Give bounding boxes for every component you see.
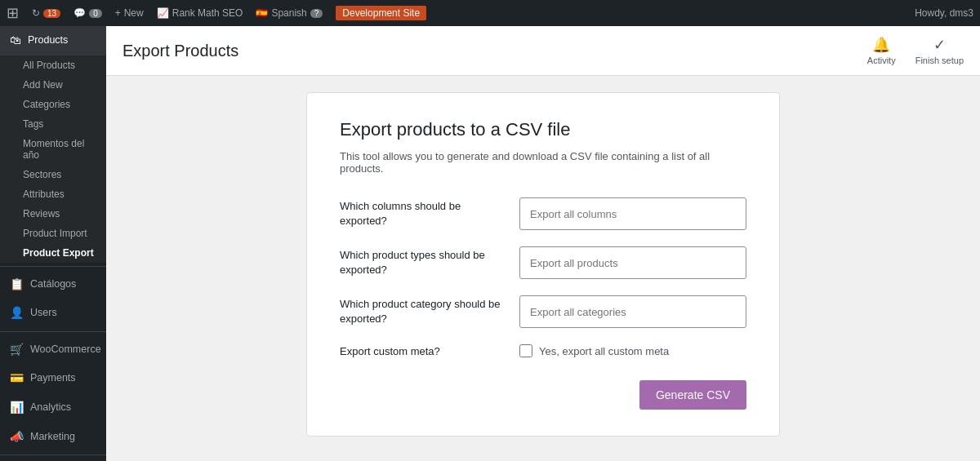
page-header: Export Products 🔔 Activity ✓ Finish setu… (106, 26, 980, 76)
main-content: Export Products 🔔 Activity ✓ Finish setu… (106, 26, 980, 461)
users-label: Users (30, 306, 57, 321)
rankmath-label: Rank Math SEO (172, 7, 243, 19)
activity-button[interactable]: 🔔 Activity (867, 36, 896, 65)
custom-meta-label: Export custom meta? (340, 345, 503, 357)
sidebar-item-catalogos[interactable]: 📋 Catálogos (0, 270, 106, 299)
catalogos-icon: 📋 (10, 277, 24, 293)
analytics-label: Analytics (30, 401, 71, 415)
marketing-icon: 📣 (10, 429, 24, 445)
finish-setup-icon: ✓ (933, 36, 946, 54)
export-card-desc: This tool allows you to generate and dow… (340, 150, 746, 175)
category-label: Which product category should be exporte… (340, 297, 503, 326)
custom-meta-row: Export custom meta? Yes, export all cust… (340, 344, 746, 357)
adminbar-user: Howdy, dms3 (915, 7, 973, 19)
sidebar-item-products[interactable]: 🛍 Products (0, 26, 106, 55)
adminbar-spanish[interactable]: 🇪🇸 Spanish ? (256, 7, 323, 19)
marketing-label: Marketing (30, 430, 75, 445)
updates-icon: ↻ (32, 7, 40, 19)
header-actions: 🔔 Activity ✓ Finish setup (867, 36, 964, 65)
products-submenu: All Products Add New Categories Tags Mom… (0, 55, 106, 263)
finish-setup-button[interactable]: ✓ Finish setup (915, 36, 964, 65)
comments-icon: 💬 (74, 7, 86, 19)
spanish-label: Spanish (271, 7, 306, 19)
columns-row: Which columns should be exported? (340, 197, 746, 230)
activity-icon: 🔔 (872, 36, 890, 54)
plus-icon: + (115, 7, 121, 19)
export-card: Export products to a CSV file This tool … (306, 92, 780, 437)
product-types-row: Which product types should be exported? (340, 246, 746, 279)
sidebar-item-tags[interactable]: Tags (0, 114, 106, 134)
payments-label: Payments (30, 371, 76, 386)
export-card-title: Export products to a CSV file (340, 119, 746, 140)
spanish-flag-icon: 🇪🇸 (256, 7, 268, 19)
sidebar-item-sectores[interactable]: Sectores (0, 165, 106, 184)
sidebar-item-categories[interactable]: Categories (0, 95, 106, 114)
sidebar-item-add-new[interactable]: Add New (0, 75, 106, 95)
category-input[interactable] (519, 295, 746, 328)
sidebar-item-reviews[interactable]: Reviews (0, 204, 106, 224)
sidebar-item-product-export[interactable]: Product Export (0, 243, 106, 263)
comments-count: 0 (89, 9, 102, 18)
products-label: Products (28, 33, 68, 48)
rankmath-icon: 📈 (157, 7, 169, 19)
analytics-icon: 📊 (10, 400, 24, 416)
catalogos-label: Catálogos (30, 277, 76, 292)
sidebar: 🛍 Products All Products Add New Categori… (0, 26, 106, 461)
sidebar-item-woocommerce[interactable]: 🛒 WooCommerce (0, 335, 106, 365)
sidebar-item-marketing[interactable]: 📣 Marketing (0, 423, 106, 452)
new-label: New (124, 7, 144, 19)
product-types-label: Which product types should be exported? (340, 248, 503, 277)
generate-csv-button[interactable]: Generate CSV (639, 380, 746, 410)
sidebar-item-all-products[interactable]: All Products (0, 55, 106, 75)
sidebar-item-payments[interactable]: 💳 Payments (0, 364, 106, 393)
admin-bar: ⊞ ↻ 13 💬 0 + New 📈 Rank Math SEO 🇪🇸 Span… (0, 0, 980, 26)
page-title: Export Products (122, 42, 238, 60)
products-icon: 🛍 (10, 33, 21, 49)
adminbar-updates[interactable]: ↻ 13 (32, 7, 60, 19)
users-icon: 👤 (10, 305, 24, 321)
sidebar-item-product-import[interactable]: Product Import (0, 224, 106, 243)
custom-meta-control: Yes, export all custom meta (519, 344, 669, 357)
wrap: Export products to a CSV file This tool … (106, 76, 980, 453)
columns-input[interactable] (519, 197, 746, 230)
woocommerce-icon: 🛒 (10, 342, 24, 358)
category-row: Which product category should be exporte… (340, 295, 746, 328)
activity-label: Activity (867, 55, 896, 65)
finish-setup-label: Finish setup (915, 55, 964, 65)
adminbar-devsite[interactable]: Development Site (336, 6, 426, 20)
product-types-input[interactable] (519, 246, 746, 279)
updates-count: 13 (43, 9, 60, 18)
sidebar-item-users[interactable]: 👤 Users (0, 299, 106, 328)
adminbar-rankmath[interactable]: 📈 Rank Math SEO (157, 7, 243, 19)
button-row: Generate CSV (340, 380, 746, 410)
custom-meta-checkbox[interactable] (519, 344, 532, 357)
sidebar-item-momentos[interactable]: Momentos del año (0, 134, 106, 165)
payments-icon: 💳 (10, 370, 24, 387)
custom-meta-checkbox-label: Yes, export all custom meta (539, 345, 669, 357)
adminbar-new[interactable]: + New (115, 7, 144, 19)
wp-logo[interactable]: ⊞ (7, 4, 19, 22)
adminbar-comments[interactable]: 💬 0 (74, 7, 102, 19)
sidebar-item-analytics[interactable]: 📊 Analytics (0, 393, 106, 423)
sidebar-item-attributes[interactable]: Attributes (0, 184, 106, 204)
columns-label: Which columns should be exported? (340, 199, 503, 228)
spanish-badge: ? (310, 9, 323, 18)
woocommerce-label: WooCommerce (30, 343, 101, 357)
